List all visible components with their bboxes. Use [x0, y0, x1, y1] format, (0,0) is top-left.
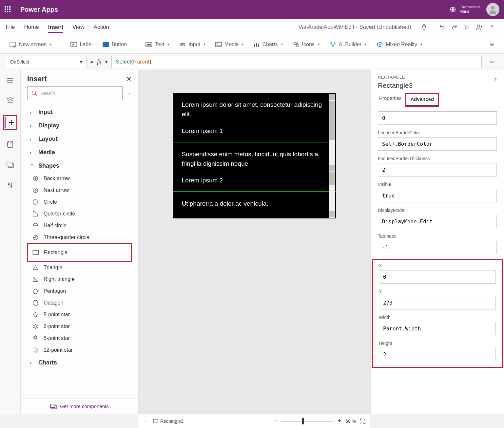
charts-dropdown[interactable]: Charts▾ — [250, 40, 286, 49]
svg-rect-15 — [296, 45, 299, 47]
more-icon[interactable]: ⋮ — [127, 91, 132, 96]
category-media[interactable]: ›Media — [21, 146, 138, 159]
prop-input-focusedbordercolor[interactable] — [378, 137, 497, 151]
prop-input-tabindex[interactable] — [378, 241, 497, 254]
canvas-card[interactable]: Suspendisse enim metus, tincidunt quis l… — [173, 142, 336, 191]
chevron-down-icon[interactable] — [486, 41, 498, 48]
prop-input-x[interactable] — [379, 270, 496, 284]
shape-next-arrow[interactable]: Next arrow — [21, 184, 138, 196]
input-dropdown[interactable]: Input▾ — [176, 40, 209, 49]
text-dropdown[interactable]: Abc Text▾ — [142, 40, 173, 49]
icons-dropdown[interactable]: Icons▾ — [290, 40, 323, 49]
insert-icon[interactable] — [5, 117, 16, 128]
category-charts[interactable]: ›Charts — [21, 356, 138, 369]
undo-icon[interactable] — [436, 24, 448, 30]
svg-point-16 — [331, 42, 332, 44]
shape-right-triangle[interactable]: Right triangle — [21, 273, 138, 285]
tab-properties[interactable]: Properties — [375, 93, 405, 107]
app-checker-icon[interactable] — [418, 24, 430, 31]
canvas-card[interactable]: Lorem ipsum dolor sit amet, consectetur … — [173, 93, 336, 142]
prop-label: Width — [379, 315, 496, 320]
redo-icon[interactable] — [448, 24, 461, 30]
svg-point-1 — [491, 6, 495, 9]
shape-half-circle[interactable]: Half circle — [21, 220, 138, 232]
formula-input[interactable]: Select(Parent) — [111, 56, 482, 68]
shape-12-point-star[interactable]: 12-point star — [21, 344, 138, 356]
shape-quarter-circle[interactable]: Quarter circle — [21, 208, 138, 220]
data-icon[interactable] — [5, 139, 16, 150]
zoom-slider[interactable] — [281, 421, 334, 421]
tab-advanced[interactable]: Advanced — [406, 94, 438, 106]
shape-pentagon[interactable]: Pentagon — [21, 285, 138, 297]
menu-insert[interactable]: Insert — [48, 21, 63, 33]
shape-rectangle[interactable]: Rectangle — [32, 247, 131, 258]
app-canvas[interactable]: Lorem ipsum dolor sit amet, consectetur … — [173, 93, 336, 218]
zoom-out-button[interactable]: − — [274, 417, 278, 425]
shape-three-quarter-circle[interactable]: Three-quarter circle — [21, 232, 138, 243]
prop-label: X — [379, 263, 496, 268]
prop-input-focusedborderthickness[interactable] — [378, 163, 497, 177]
label-button[interactable]: Label — [67, 40, 96, 49]
canvas-area[interactable]: Lorem ipsum dolor sit amet, consectetur … — [139, 70, 370, 414]
shape-octagon[interactable]: Octagon — [21, 297, 138, 309]
close-icon[interactable]: ✕ — [126, 75, 132, 83]
app-title: Power Apps — [20, 6, 58, 13]
prop-input-width[interactable] — [379, 322, 496, 335]
hamburger-icon[interactable] — [5, 75, 16, 86]
svg-rect-27 — [33, 251, 39, 254]
environment-picker[interactable]: Environment Maria — [450, 5, 480, 14]
prop-input-visible[interactable] — [378, 189, 497, 202]
zoom-value: 60 — [345, 419, 351, 424]
prop-label: Visible — [378, 182, 497, 187]
zoom-in-button[interactable]: + — [338, 417, 341, 425]
expand-formula-icon[interactable] — [486, 59, 498, 65]
ai-builder-dropdown[interactable]: AI Builder▾ — [326, 40, 370, 49]
fit-screen-icon[interactable] — [360, 418, 366, 424]
prop-label: TabIndex — [378, 233, 497, 239]
category-layout[interactable]: ›Layout — [21, 132, 138, 146]
help-icon[interactable] — [486, 24, 498, 30]
prop-label: DisplayMode — [378, 208, 497, 213]
chevron-right-icon[interactable]: › — [494, 75, 497, 89]
position-size-highlight: X Y Width Height — [372, 259, 503, 368]
search-input[interactable]: Search — [27, 86, 123, 100]
new-screen-button[interactable]: New screen▾ — [6, 40, 55, 49]
category-shapes[interactable]: ›Shapes — [21, 159, 138, 173]
prop-input-displaymode[interactable] — [378, 215, 497, 228]
get-more-components[interactable]: Get more components — [21, 399, 138, 414]
category-input[interactable]: ›Input — [21, 105, 138, 119]
play-icon[interactable] — [461, 24, 473, 30]
property-dropdown[interactable]: OnSelect ▾ — [6, 56, 87, 68]
share-icon[interactable] — [473, 24, 486, 31]
media-dropdown[interactable]: Media▾ — [212, 40, 247, 49]
menu-action[interactable]: Action — [94, 21, 109, 33]
more-options-icon[interactable]: ⋯ — [143, 419, 148, 424]
canvas-scrollbar[interactable] — [329, 94, 335, 218]
prop-input-y[interactable] — [379, 296, 496, 309]
button-button[interactable]: Button — [99, 40, 130, 49]
ribbon: New screen▾ Label Button Abc Text▾ Input… — [0, 35, 504, 54]
waffle-icon[interactable] — [5, 6, 11, 13]
menu-home[interactable]: Home — [24, 21, 39, 33]
menu-view[interactable]: View — [72, 21, 85, 33]
shape-5-point-star[interactable]: 5-point star — [21, 309, 138, 321]
category-display[interactable]: ›Display — [21, 119, 138, 132]
shape-6-point-star[interactable]: 6-point star — [21, 321, 138, 332]
svg-rect-12 — [256, 43, 258, 47]
breadcrumb[interactable]: Rectangle3 — [153, 419, 184, 424]
menu-file[interactable]: File — [6, 21, 15, 33]
tools-icon[interactable] — [5, 179, 16, 191]
mixed-reality-dropdown[interactable]: Mixed Reality▾ — [373, 40, 426, 49]
shape-8-point-star[interactable]: 8-point star — [21, 332, 138, 344]
prop-input-top[interactable] — [378, 111, 497, 125]
canvas-card[interactable]: Ut pharetra a dolor ac vehicula. — [173, 192, 336, 218]
shape-triangle[interactable]: Triangle — [21, 262, 138, 273]
media-panel-icon[interactable] — [5, 159, 16, 170]
formula-bar: OnSelect ▾ = fx ▾ Select(Parent) — [0, 54, 504, 70]
svg-point-10 — [217, 43, 218, 44]
tree-view-icon[interactable] — [5, 95, 16, 106]
shape-back-arrow[interactable]: Back arrow — [21, 173, 138, 184]
user-avatar[interactable] — [486, 3, 499, 16]
shape-circle[interactable]: Circle — [21, 196, 138, 208]
prop-input-height[interactable] — [379, 348, 496, 361]
